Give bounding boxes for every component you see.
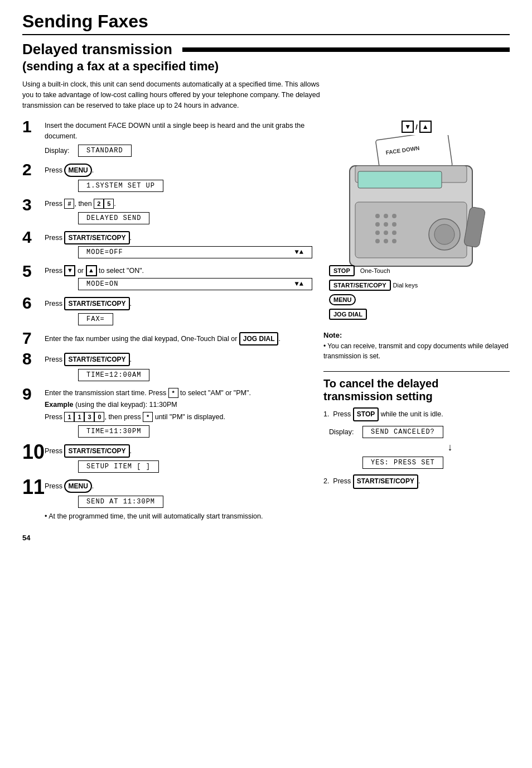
svg-point-16 (392, 239, 396, 243)
step-1-content: Insert the document FACE DOWN until a si… (45, 121, 312, 158)
main-layout: 1 Insert the document FACE DOWN until a … (22, 121, 510, 541)
step-5-number: 5 (22, 263, 45, 280)
step-5-arrows: ▼▲ (295, 280, 304, 288)
svg-point-13 (392, 231, 396, 235)
step-1-number: 1 (22, 118, 45, 135)
section-subtitle: (sending a fax at a specified time) (22, 59, 510, 74)
note-text: • You can receive, transmit and copy doc… (323, 341, 510, 361)
stop-diagram-label: STOP (329, 265, 355, 276)
step-5: 5 Press ▼ or ▲ to select "ON". MODE=ON ▼… (22, 265, 312, 291)
menu-label-row: MENU (329, 294, 356, 305)
step-10-content: Press START/SET/COPY. SETUP ITEM [ ] (45, 444, 312, 474)
menu-button-ref-2: MENU (64, 164, 91, 177)
step-4-arrows: ▼▲ (295, 248, 304, 256)
cancel-display-1: SEND CANCELED? (362, 426, 443, 438)
svg-point-18 (434, 224, 454, 244)
step-7-content: Enter the fax number using the dial keyp… (45, 332, 312, 347)
svg-point-15 (384, 239, 388, 243)
step-8-number: 8 (22, 351, 45, 367)
step-3-display: DELAYED SEND (78, 212, 149, 224)
svg-point-5 (375, 214, 380, 218)
step-4-content: Press START/SET/COPY. MODE=OFF ▼▲ (45, 231, 312, 260)
step-7-text: Enter the fax number using the dial keyp… (45, 332, 312, 345)
jog-dial-btn-ref-7: JOG DIAL (239, 332, 279, 345)
page-title: Sending Faxes (22, 11, 510, 32)
step-1-display: STANDARD (78, 145, 132, 157)
down-arrow-diagram: ▼ (402, 121, 414, 133)
jog-diagram-label: JOG DIAL (329, 309, 367, 320)
step-3-content: Press #, then 25. DELAYED SEND (45, 199, 312, 225)
dial-keys-label: Dial keys (393, 282, 418, 289)
stop-label-row: STOP One-Touch (329, 265, 390, 276)
step-9-number: 9 (22, 386, 45, 402)
step-2-number: 2 (22, 161, 45, 178)
key-0-ref: 0 (94, 412, 104, 422)
menu-diagram-label: MENU (329, 294, 356, 305)
svg-point-7 (392, 214, 396, 218)
step-6-text: Press START/SET/COPY. (45, 297, 312, 310)
key-1a-ref: 1 (64, 412, 74, 422)
cancel-step-1: 1. Press STOP while the unit is idle. (323, 407, 510, 421)
key-3-ref: 3 (84, 412, 94, 422)
nav-arrows-wrapper: ▼ / ▲ (402, 121, 432, 133)
cancel-step-2: 2. Press START/SET/COPY. (323, 474, 510, 488)
step-5-text: Press ▼ or ▲ to select "ON". (45, 265, 312, 276)
title-bar-decoration (182, 47, 510, 52)
step-8-content: Press START/SET/COPY. TIME=12:00AM (45, 353, 312, 382)
star-key-ref-2: * (143, 412, 153, 422)
step-8-display: TIME=12:00AM (78, 369, 149, 381)
step-2-text: Press MENU. (45, 164, 312, 177)
step-10-text: Press START/SET/COPY. (45, 444, 312, 458)
step-11-display: SEND AT 11:30PM (78, 496, 163, 508)
step-1: 1 Insert the document FACE DOWN until a … (22, 121, 312, 158)
menu-btn-ref-11: MENU (64, 479, 91, 493)
start-set-copy-btn-ref-10: START/SET/COPY (64, 444, 129, 458)
svg-point-14 (375, 239, 380, 243)
fax-machine-svg: FACE DOWN (338, 135, 495, 280)
step-6: 6 Press START/SET/COPY. FAX= (22, 297, 312, 327)
page-number: 54 (22, 534, 312, 542)
stop-btn-ref-cancel: STOP (353, 407, 379, 421)
jog-label-row: JOG DIAL (329, 309, 367, 320)
step-7-number: 7 (22, 330, 45, 347)
down-arrow-ref: ▼ (64, 265, 75, 276)
step-9-sub: Press 1130, then press * until "PM" is d… (45, 412, 312, 423)
svg-rect-20 (358, 171, 442, 188)
star-key-ref: * (168, 388, 178, 398)
step-10: 10 Press START/SET/COPY. SETUP ITEM [ ] (22, 444, 312, 474)
key-5-ref: 5 (104, 199, 114, 209)
step-8-text: Press START/SET/COPY. (45, 353, 312, 366)
up-arrow-ref: ▲ (86, 265, 97, 276)
step-1-display-label: Display: (45, 147, 72, 155)
step-3-number: 3 (22, 196, 45, 213)
key-2-ref: 2 (94, 199, 104, 209)
svg-point-9 (384, 222, 388, 227)
step-1-text: Insert the document FACE DOWN until a si… (45, 121, 312, 142)
section-title: Delayed transmission (22, 41, 510, 58)
cancel-display-1-value: SEND CANCELED? (371, 428, 435, 436)
up-arrow-diagram: ▲ (419, 121, 432, 133)
nav-arrows-label: ▼ / ▲ (323, 121, 510, 133)
step-5-display: MODE=ON ▼▲ (78, 278, 312, 290)
step-4-display: MODE=OFF ▼▲ (78, 246, 312, 258)
step-11-text: Press MENU. (45, 479, 312, 493)
hash-key-ref: # (64, 199, 74, 209)
cancel-display-row-1: Display: SEND CANCELED? (329, 425, 510, 439)
cancel-display-label: Display: (329, 428, 357, 436)
step-10-number: 10 (22, 442, 45, 462)
slash-divider: / (415, 123, 418, 131)
step-2: 2 Press MENU. 1.SYSTEM SET UP (22, 164, 312, 193)
step-7: 7 Enter the fax number using the dial ke… (22, 332, 312, 347)
step-6-number: 6 (22, 295, 45, 311)
step-1-display-value: STANDARD (86, 147, 123, 155)
note-section: Note: • You can receive, transmit and co… (323, 327, 510, 361)
step-9-text: Enter the transmission start time. Press… (45, 388, 312, 399)
step-9-display: TIME=11:30PM (78, 425, 149, 438)
step-11-number: 11 (22, 477, 45, 497)
step-11: 11 Press MENU. SEND AT 11:30PM • At the … (22, 479, 312, 524)
step-5-display-value: MODE=ON (86, 280, 118, 288)
step-9-content: Enter the transmission start time. Press… (45, 388, 312, 439)
step-11-note: • At the programmed time, the unit will … (45, 511, 312, 522)
cancel-arrow-down: ↓ (390, 441, 510, 453)
svg-point-11 (375, 231, 380, 235)
